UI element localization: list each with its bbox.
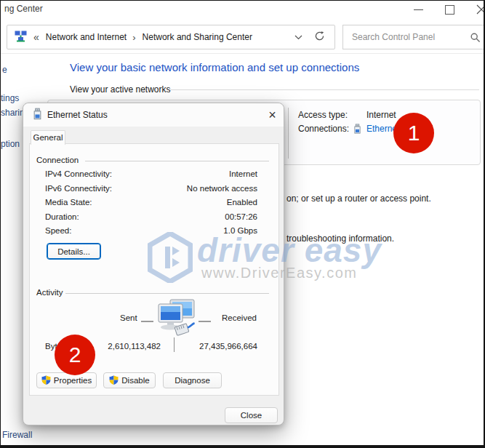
received-dash bbox=[199, 321, 211, 322]
ipv6-label: IPv6 Connectivity: bbox=[45, 184, 112, 193]
speed-value: 1.0 Gbps bbox=[223, 226, 257, 235]
window-title: ng Center bbox=[4, 4, 43, 14]
maximize-icon[interactable] bbox=[445, 5, 454, 15]
dialog-close-icon[interactable]: × bbox=[262, 105, 282, 124]
sidebar-item-home-fragment[interactable]: e bbox=[2, 65, 7, 75]
sidebar-item-firewall-fragment[interactable]: Firewall bbox=[2, 430, 32, 440]
group-divider bbox=[85, 161, 269, 161]
breadcrumb-back-icon[interactable]: « bbox=[33, 32, 39, 42]
connection-group-label: Connection bbox=[36, 156, 79, 164]
step-2-badge: 2 bbox=[55, 335, 95, 375]
media-state-label: Media State: bbox=[45, 198, 92, 207]
step-1-badge: 1 bbox=[393, 113, 434, 153]
breadcrumb-network-and-internet[interactable]: Network and Internet bbox=[46, 32, 127, 42]
duration-row: Duration: 00:57:26 bbox=[30, 212, 278, 223]
media-state-row: Media State: Enabled bbox=[30, 198, 278, 208]
close-button[interactable]: Close bbox=[225, 407, 278, 423]
duration-label: Duration: bbox=[45, 212, 79, 221]
media-state-value: Enabled bbox=[227, 198, 257, 207]
disable-button[interactable]: Disable bbox=[103, 372, 156, 388]
breadcrumb-separator-icon: › bbox=[132, 32, 135, 43]
uac-shield-icon bbox=[109, 375, 119, 386]
setup-connection-text-fragment: on; or set up a router or access point. bbox=[286, 193, 431, 204]
ipv4-label: IPv4 Connectivity: bbox=[45, 169, 112, 178]
address-bar[interactable]: « Network and Internet › Network and Sha… bbox=[7, 25, 335, 49]
ipv6-value: No network access bbox=[187, 184, 257, 193]
diagnose-button[interactable]: Diagnose bbox=[163, 372, 222, 388]
sidebar-item-adapter-settings-fragment[interactable]: tings bbox=[1, 93, 19, 103]
received-label: Received bbox=[222, 313, 257, 322]
sent-dash bbox=[141, 321, 153, 322]
page-title: View your basic network information and … bbox=[70, 61, 359, 73]
troubleshoot-text-fragment: troubleshooting information. bbox=[286, 233, 394, 244]
search-icon[interactable] bbox=[470, 33, 481, 45]
speed-row: Speed: 1.0 Gbps bbox=[30, 226, 278, 236]
computers-activity-icon bbox=[153, 298, 196, 343]
refresh-icon[interactable] bbox=[314, 31, 325, 44]
section-divider bbox=[170, 89, 479, 90]
ethernet-icon bbox=[353, 124, 361, 137]
ethernet-icon bbox=[33, 108, 42, 123]
properties-button[interactable]: Properties bbox=[36, 372, 97, 388]
speed-label: Speed: bbox=[45, 226, 71, 235]
tab-general[interactable]: General bbox=[31, 130, 65, 145]
breadcrumb-network-and-sharing-center[interactable]: Network and Sharing Center bbox=[143, 32, 252, 42]
sent-label: Sent bbox=[120, 313, 137, 322]
duration-value: 00:57:26 bbox=[225, 212, 257, 221]
close-icon[interactable] bbox=[476, 4, 485, 15]
network-and-sharing-center-window: ng Center « Network and Internet › Netwo… bbox=[0, 0, 485, 448]
minimize-icon[interactable] bbox=[414, 9, 423, 10]
search-input[interactable]: Search Control Panel bbox=[342, 25, 485, 49]
network-sharing-center-icon bbox=[15, 31, 27, 44]
ipv4-row: IPv4 Connectivity: Internet bbox=[30, 169, 278, 180]
sidebar-item-sharing-settings-fragment[interactable]: sharin bbox=[1, 108, 25, 118]
access-type-value: Internet bbox=[366, 110, 396, 120]
active-networks-label: View your active networks bbox=[70, 84, 171, 95]
bytes-received-value: 27,435,966,664 bbox=[183, 342, 257, 351]
connections-label: Connections: bbox=[298, 124, 349, 134]
chevron-down-icon[interactable] bbox=[294, 32, 302, 42]
access-type-label: Access type: bbox=[298, 110, 348, 120]
activity-group-label: Activity bbox=[36, 288, 63, 297]
ethernet-status-dialog: Ethernet Status × General Connection IPv… bbox=[23, 103, 284, 425]
sidebar-item-streaming-options-fragment[interactable]: ption bbox=[1, 139, 20, 149]
ipv6-row: IPv6 Connectivity: No network access bbox=[30, 184, 278, 194]
uac-shield-icon bbox=[41, 375, 51, 386]
window-titlebar: ng Center bbox=[1, 1, 484, 18]
properties-button-label: Properties bbox=[54, 376, 92, 385]
group-divider bbox=[65, 293, 269, 294]
toolbar: « Network and Internet › Network and Sha… bbox=[1, 18, 484, 54]
disable-button-label: Disable bbox=[121, 376, 149, 385]
bytes-divider bbox=[174, 337, 175, 352]
panel-divider bbox=[288, 108, 289, 159]
details-button[interactable]: Details... bbox=[47, 243, 101, 260]
search-placeholder: Search Control Panel bbox=[352, 32, 435, 42]
ipv4-value: Internet bbox=[229, 169, 257, 178]
dialog-title: Ethernet Status bbox=[47, 110, 108, 120]
